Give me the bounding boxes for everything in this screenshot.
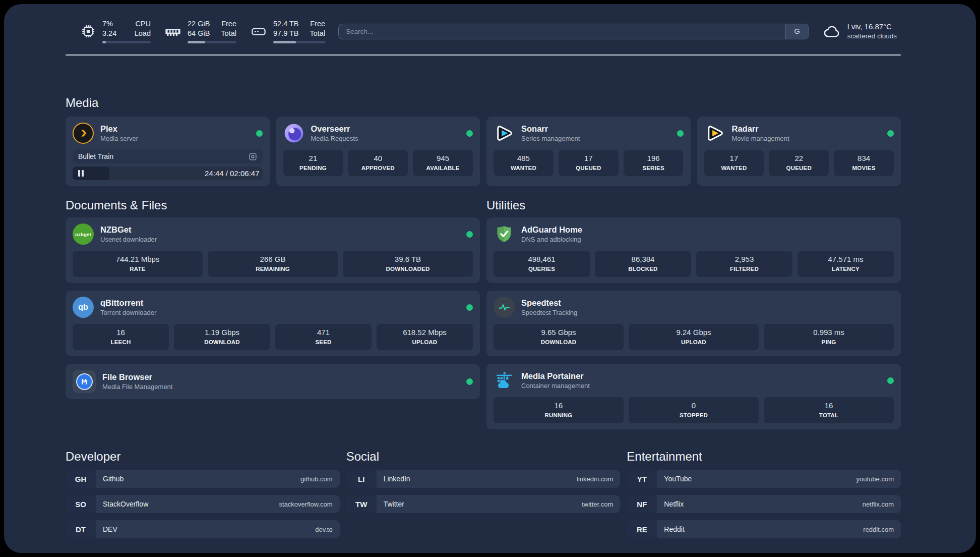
app-subtitle: Media Requests (311, 135, 358, 142)
tile-label: LEECH (76, 339, 166, 346)
memory-progress-bar (188, 41, 236, 43)
app-subtitle: Movie management (732, 135, 789, 142)
tile-label: RUNNING (497, 412, 621, 419)
bookmark-abbr: YT (627, 470, 657, 488)
qbittorrent-card[interactable]: qb qBittorrent Torrent downloader 16 LEE… (66, 291, 480, 356)
tile-value: 2,953 (699, 254, 789, 264)
tile-value: 17 (707, 153, 761, 163)
bookmark-group-developer: Developer GH Github github.com SO StackO… (66, 450, 340, 538)
bookmark-dev[interactable]: DT DEV dev.to (66, 520, 340, 538)
app-name: Media Portainer (521, 371, 590, 381)
tile-label: WANTED (707, 164, 761, 172)
section-title-documents: Documents & Files (66, 198, 480, 212)
playback-progress-bar: 24:44 / 02:06:47 (73, 166, 263, 180)
cpu-values: 7%3.24 (102, 19, 116, 38)
qbittorrent-icon: qb (73, 297, 94, 318)
bookmark-netflix[interactable]: NF Netflix netflix.com (627, 495, 901, 513)
tile-label: UPLOAD (380, 339, 470, 346)
top-bar: 7%3.24 CPULoad (66, 21, 901, 41)
playback-time: 24:44 / 02:06:47 (205, 169, 262, 178)
bookmark-name: DEV (103, 525, 117, 533)
radarr-card[interactable]: Radarr Movie management 17 WANTED 22 QUE… (697, 117, 901, 186)
portainer-card[interactable]: Media Portainer Container management 16 … (486, 364, 901, 429)
bookmark-abbr: TW (346, 495, 377, 513)
tile-label: UPLOAD (632, 339, 756, 346)
tile-value: 618.52 Mbps (380, 327, 470, 338)
tile-label: AVAILABLE (416, 164, 470, 172)
tile-label: WANTED (497, 164, 550, 172)
bookmark-group-social: Social LI LinkedIn linkedin.com TW Twitt… (346, 450, 621, 538)
speedtest-card[interactable]: Speedtest Speedtest Tracking 9.65 Gbps D… (486, 291, 901, 356)
search-engine-button[interactable]: G (785, 24, 809, 39)
adguard-card[interactable]: AdGuard Home DNS and adblocking 498,461 … (486, 217, 901, 283)
bookmark-url: twitter.com (582, 500, 613, 508)
weather-widget[interactable]: Lviv, 16.87°C scattered clouds (822, 22, 897, 41)
stat-tile: 9.65 Gbps DOWNLOAD (494, 324, 624, 350)
header-divider (66, 54, 901, 55)
bookmark-twitter[interactable]: TW Twitter twitter.com (346, 495, 621, 513)
status-dot (466, 231, 473, 238)
bookmark-name: StackOverflow (103, 500, 148, 508)
search-input[interactable] (339, 24, 785, 39)
app-subtitle: Media File Management (102, 383, 172, 391)
nzbget-card[interactable]: nzbget NZBGet Usenet downloader 744.21 M… (66, 217, 480, 283)
tile-value: 21 (286, 153, 340, 163)
system-stats: 7%3.24 CPULoad (81, 19, 325, 43)
stat-tile: 471 SEED (275, 324, 372, 350)
radarr-icon (704, 123, 725, 144)
utilities-column: Utilities AdGuard Home (486, 198, 901, 429)
bookmark-reddit[interactable]: RE Reddit reddit.com (627, 520, 901, 538)
disk-stat: 52.4 TB97.9 TB FreeTotal (251, 19, 325, 43)
overseerr-card[interactable]: Overseerr Media Requests 21 PENDING 40 A… (276, 117, 480, 186)
bookmark-linkedin[interactable]: LI LinkedIn linkedin.com (346, 470, 621, 488)
plex-card[interactable]: Plex Media server Bullet Train (66, 117, 270, 186)
tile-value: 744.21 Mbps (76, 254, 200, 264)
app-name: Radarr (732, 124, 789, 134)
tile-value: 17 (562, 153, 616, 163)
stat-tile: 498,461 QUERIES (494, 251, 590, 277)
app-name: Speedtest (521, 298, 577, 308)
pause-icon (78, 170, 80, 177)
section-title-media: Media (66, 96, 901, 110)
bookmark-url: reddit.com (863, 526, 894, 533)
stat-tile: 22 QUEUED (769, 150, 829, 176)
sonarr-card[interactable]: Sonarr Series management 485 WANTED 17 Q… (486, 117, 691, 186)
bookmark-name: Github (103, 475, 124, 483)
bookmark-stackoverflow[interactable]: SO StackOverflow stackoverflow.com (66, 495, 340, 513)
bookmark-name: Netflix (664, 500, 684, 508)
tile-value: 945 (416, 153, 470, 163)
bookmark-url: github.com (300, 475, 333, 483)
bookmark-name: Twitter (384, 500, 404, 508)
tile-value: 196 (627, 153, 681, 163)
bookmark-youtube[interactable]: YT YouTube youtube.com (627, 470, 901, 488)
search-bar: G (338, 24, 809, 39)
bookmark-github[interactable]: GH Github github.com (66, 470, 340, 488)
disk-labels: FreeTotal (310, 19, 326, 38)
bookmark-name: Reddit (664, 525, 684, 533)
tile-value: 16 (767, 401, 891, 411)
cpu-progress-bar (102, 41, 151, 43)
status-dot (466, 304, 473, 311)
app-subtitle: Series management (521, 135, 580, 142)
tile-value: 40 (351, 153, 405, 163)
bookmark-url: stackoverflow.com (279, 500, 332, 508)
bookmark-abbr: LI (346, 470, 377, 488)
cast-icon (249, 152, 257, 161)
tile-label: REMAINING (211, 265, 335, 273)
filebrowser-card[interactable]: File Browser Media File Management (66, 364, 480, 399)
sonarr-icon (494, 123, 515, 144)
bookmark-abbr: NF (627, 495, 657, 513)
stat-tile: 17 QUEUED (559, 150, 619, 176)
app-subtitle: Torrent downloader (100, 309, 156, 316)
tile-label: STOPPED (632, 412, 756, 419)
cpu-stat: 7%3.24 CPULoad (81, 19, 151, 43)
stat-tile: 40 APPROVED (348, 150, 408, 176)
tile-label: BLOCKED (598, 265, 688, 273)
tile-value: 22 (772, 153, 826, 163)
tile-label: MOVIES (837, 164, 891, 172)
tile-label: DOWNLOAD (497, 339, 621, 346)
tile-value: 0 (632, 401, 756, 411)
bookmark-name: LinkedIn (384, 475, 410, 483)
stat-tile: 16 RUNNING (494, 397, 624, 423)
tile-value: 1.19 Gbps (177, 327, 267, 338)
